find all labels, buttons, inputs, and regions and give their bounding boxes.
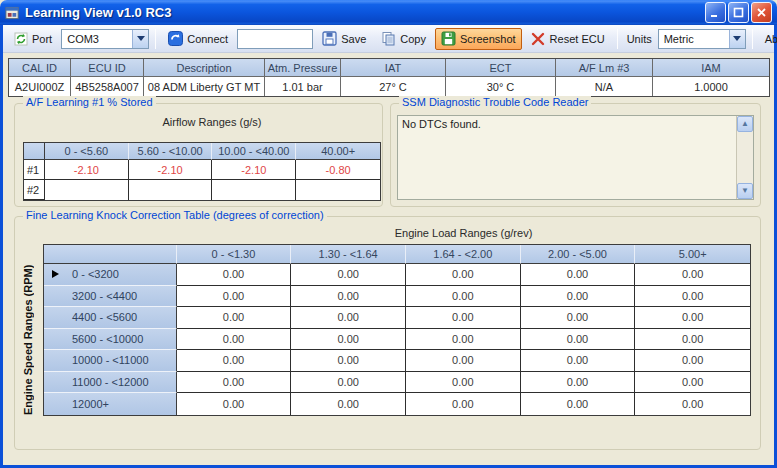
knock-value-cell[interactable]: 0.00 <box>521 350 636 372</box>
scroll-up-icon[interactable]: ▲ <box>737 116 753 132</box>
knock-row-label[interactable]: 5600 - <10000 <box>44 329 177 351</box>
screenshot-button[interactable]: Screenshot <box>435 28 522 50</box>
knock-value-cell[interactable]: 0.00 <box>635 264 750 286</box>
reset-ecu-button-label: Reset ECU <box>550 33 605 45</box>
knock-value-cell[interactable]: 0.00 <box>635 307 750 329</box>
info-value-cell: A2UI000Z <box>9 77 71 96</box>
knock-value-cell[interactable]: 0.00 <box>291 264 406 286</box>
knock-value-cell[interactable]: 0.00 <box>291 329 406 351</box>
app-icon <box>5 5 20 20</box>
af-value-cell[interactable] <box>212 180 296 200</box>
info-value-cell: 1.0000 <box>653 77 769 96</box>
knock-value-cell[interactable]: 0.00 <box>635 329 750 351</box>
af-value-cell[interactable]: -2.10 <box>212 160 296 180</box>
info-header-cell: IAT <box>341 59 446 77</box>
knock-value-cell[interactable]: 0.00 <box>177 307 292 329</box>
af-column-header: 40.00+ <box>296 143 380 160</box>
knock-value-cell[interactable]: 0.00 <box>521 329 636 351</box>
port-combobox[interactable]: COM3 <box>61 29 149 49</box>
minimize-button[interactable] <box>705 2 726 23</box>
knock-value-cell[interactable]: 0.00 <box>291 307 406 329</box>
knock-value-cell[interactable]: 0.00 <box>291 372 406 394</box>
port-combobox-dropdown-icon[interactable] <box>132 30 148 48</box>
engine-load-ranges-label: Engine Load Ranges (g/rev) <box>176 227 751 239</box>
info-value-row: A2UI000Z4B5258A00708 ADM Liberty GT MT1.… <box>9 77 769 96</box>
save-button[interactable]: Save <box>316 28 372 50</box>
af-value-cell[interactable] <box>129 180 213 200</box>
knock-row-label[interactable]: 3200 - <4400 <box>44 286 177 308</box>
knock-value-cell[interactable]: 0.00 <box>521 372 636 394</box>
save-floppy-icon <box>322 31 337 46</box>
info-value-cell: 1.01 bar <box>265 77 341 96</box>
knock-row-label[interactable]: 0 - <3200 <box>44 264 177 286</box>
knock-value-cell[interactable]: 0.00 <box>635 286 750 308</box>
knock-value-cell[interactable]: 0.00 <box>406 264 521 286</box>
copy-button[interactable]: Copy <box>375 28 432 50</box>
window-frame: Port COM3 Connect <box>0 25 777 468</box>
connect-button-label: Connect <box>187 33 228 45</box>
knock-value-cell[interactable]: 0.00 <box>177 264 292 286</box>
info-header-cell: Description <box>144 59 265 77</box>
close-button[interactable] <box>751 2 772 23</box>
reset-x-icon <box>531 31 546 46</box>
knock-value-cell[interactable]: 0.00 <box>177 286 292 308</box>
knock-column-header: 2.00 - <5.00 <box>521 245 636 264</box>
about-button[interactable]: About <box>759 28 777 50</box>
dtc-scrollbar[interactable]: ▲ ▼ <box>736 116 753 199</box>
knock-value-cell[interactable]: 0.00 <box>406 350 521 372</box>
knock-row-label[interactable]: 4400 - <5600 <box>44 307 177 329</box>
titlebar[interactable]: Learning View v1.0 RC3 <box>0 0 777 25</box>
knock-value-cell[interactable]: 0.00 <box>635 372 750 394</box>
command-input[interactable] <box>237 29 313 49</box>
af-header-row: 0 - <5.605.60 - <10.0010.00 - <40.0040.0… <box>24 143 380 160</box>
knock-row-label[interactable]: 11000 - <12000 <box>44 372 177 394</box>
knock-value-cell[interactable]: 0.00 <box>177 393 292 415</box>
knock-value-cell[interactable]: 0.00 <box>521 286 636 308</box>
af-value-cell[interactable]: -2.10 <box>45 160 129 180</box>
units-combobox[interactable]: Metric <box>658 29 746 49</box>
port-combobox-value: COM3 <box>62 33 132 45</box>
knock-row: 10000 - <110000.000.000.000.000.00 <box>44 350 750 372</box>
knock-row-label[interactable]: 12000+ <box>44 393 177 415</box>
knock-value-cell[interactable]: 0.00 <box>406 372 521 394</box>
af-value-cell[interactable]: -2.10 <box>129 160 213 180</box>
knock-row-label[interactable]: 10000 - <11000 <box>44 350 177 372</box>
knock-correction-groupbox: Fine Learning Knock Correction Table (de… <box>14 216 761 450</box>
scroll-down-icon[interactable]: ▼ <box>737 183 753 199</box>
knock-value-cell[interactable]: 0.00 <box>635 393 750 415</box>
af-value-cell[interactable] <box>296 180 380 200</box>
knock-value-cell[interactable]: 0.00 <box>406 329 521 351</box>
knock-value-cell[interactable]: 0.00 <box>521 264 636 286</box>
info-value-cell: 08 ADM Liberty GT MT <box>144 77 265 96</box>
port-button-label: Port <box>32 33 52 45</box>
info-header-cell: Atm. Pressure <box>265 59 341 77</box>
knock-value-cell[interactable]: 0.00 <box>177 372 292 394</box>
af-corner-cell <box>24 143 45 160</box>
af-value-cell[interactable]: -0.80 <box>296 160 380 180</box>
knock-value-cell[interactable]: 0.00 <box>521 307 636 329</box>
units-combobox-dropdown-icon[interactable] <box>729 30 745 48</box>
knock-value-cell[interactable]: 0.00 <box>521 393 636 415</box>
knock-value-cell[interactable]: 0.00 <box>177 350 292 372</box>
knock-column-header: 1.64 - <2.00 <box>406 245 521 264</box>
selected-row-marker-icon <box>52 270 59 278</box>
window-title: Learning View v1.0 RC3 <box>25 5 171 20</box>
dtc-reader-groupbox: SSM Diagnostic Trouble Code Reader No DT… <box>390 103 761 207</box>
knock-value-cell[interactable]: 0.00 <box>635 350 750 372</box>
dtc-textarea[interactable]: No DTCs found. ▲ ▼ <box>397 115 754 200</box>
maximize-button[interactable] <box>728 2 749 23</box>
knock-value-cell[interactable]: 0.00 <box>291 350 406 372</box>
knock-value-cell[interactable]: 0.00 <box>406 393 521 415</box>
info-value-cell: 30° C <box>446 77 556 96</box>
reset-ecu-button[interactable]: Reset ECU <box>525 28 611 50</box>
info-header-cell: CAL ID <box>9 59 71 77</box>
knock-correction-table: 0 - <1.301.30 - <1.641.64 - <2.002.00 - … <box>43 244 751 416</box>
knock-value-cell[interactable]: 0.00 <box>406 307 521 329</box>
knock-value-cell[interactable]: 0.00 <box>291 286 406 308</box>
connect-button[interactable]: Connect <box>162 28 234 50</box>
knock-value-cell[interactable]: 0.00 <box>177 329 292 351</box>
af-value-cell[interactable] <box>45 180 129 200</box>
knock-value-cell[interactable]: 0.00 <box>291 393 406 415</box>
knock-value-cell[interactable]: 0.00 <box>406 286 521 308</box>
port-button[interactable]: Port <box>7 28 58 50</box>
